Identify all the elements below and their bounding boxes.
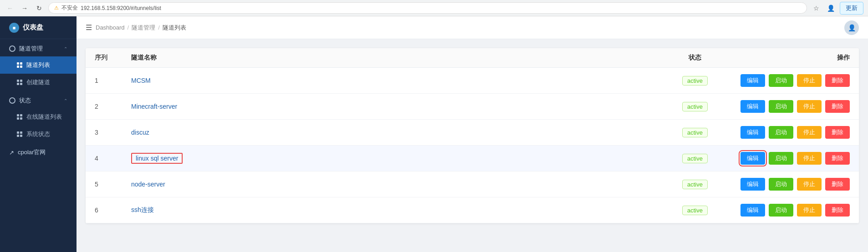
row1-start-button[interactable]: 启动 [769, 74, 793, 87]
sidebar-item-sysstat-label: 系统状态 [26, 130, 50, 138]
row5-delete-button[interactable]: 删除 [825, 178, 850, 191]
external-icon-cpolar: ↗ [9, 149, 14, 156]
row5-status: active [668, 180, 722, 189]
chevron-icon-tunnel: ⌃ [64, 46, 67, 51]
row4-name-inner: linux sql server [131, 153, 183, 164]
row4-stop-button[interactable]: 停止 [797, 152, 822, 165]
group-label-status: 状态 [19, 96, 31, 105]
content: 序列 隧道名称 状态 操作 1 MCSM active 编辑 [77, 39, 868, 252]
breadcrumb-dashboard[interactable]: Dashboard [96, 24, 125, 31]
grid-icon-tunnel-list [16, 62, 23, 68]
row1-name[interactable]: MCSM [131, 77, 668, 84]
row3-num: 3 [95, 129, 131, 136]
avatar[interactable]: 👤 [844, 20, 859, 35]
breadcrumb-tunnel-mgmt[interactable]: 隧道管理 [132, 24, 155, 32]
sidebar-item-create-tunnel[interactable]: 创建隧道 [0, 74, 77, 91]
row4-name[interactable]: linux sql server [131, 153, 668, 164]
row3-start-button[interactable]: 启动 [769, 126, 793, 139]
sidebar-item-online-tunnels[interactable]: 在线隧道列表 [0, 108, 77, 126]
back-button[interactable]: ← [5, 3, 15, 14]
table-row: 3 discuz active 编辑 启动 停止 删除 [86, 120, 859, 146]
col-header-name: 隧道名称 [131, 54, 668, 62]
row6-edit-button[interactable]: 编辑 [740, 204, 765, 217]
row5-edit-button[interactable]: 编辑 [740, 178, 765, 191]
row4-start-button[interactable]: 启动 [769, 152, 793, 165]
table-row: 2 Minecraft-server active 编辑 启动 停止 删除 [86, 94, 859, 120]
col-header-status: 状态 [668, 54, 722, 62]
row1-status: active [668, 76, 722, 86]
security-icon: ⚠ [54, 5, 59, 11]
row1-delete-button[interactable]: 删除 [825, 74, 850, 87]
menu-icon[interactable]: ☰ [86, 23, 92, 32]
row3-name[interactable]: discuz [131, 129, 668, 136]
row6-delete-button[interactable]: 删除 [825, 204, 850, 217]
row1-stop-button[interactable]: 停止 [797, 74, 822, 87]
breadcrumb-sep2: / [158, 24, 160, 31]
sidebar-item-tunnel-list-label: 隧道列表 [26, 61, 50, 69]
gear-icon-tunnel [9, 45, 15, 52]
grid-icon-create-tunnel [16, 79, 23, 86]
row2-stop-button[interactable]: 停止 [797, 100, 822, 113]
breadcrumb-current: 隧道列表 [163, 24, 186, 32]
row6-name[interactable]: ssh连接 [131, 206, 668, 214]
update-button[interactable]: 更新 [840, 2, 863, 15]
group-label-tunnel: 隧道管理 [19, 45, 43, 53]
table-row: 5 node-server active 编辑 启动 停止 删除 [86, 171, 859, 197]
group-label-cpolar: cpolar官网 [18, 148, 46, 156]
url-text: 192.168.5.158:9200/#/tunnels/list [81, 5, 161, 11]
sidebar-group-cpolar[interactable]: ↗ cpolar官网 [0, 143, 77, 160]
url-bar[interactable]: ⚠ 不安全 192.168.5.158:9200/#/tunnels/list [48, 2, 807, 14]
col-header-num: 序列 [95, 54, 131, 62]
status-badge: active [682, 206, 708, 215]
row3-stop-button[interactable]: 停止 [797, 126, 822, 139]
row2-delete-button[interactable]: 删除 [825, 100, 850, 113]
bookmark-button[interactable]: ☆ [811, 3, 822, 14]
table-header: 序列 隧道名称 状态 操作 [86, 48, 859, 68]
row6-ops: 编辑 启动 停止 删除 [722, 204, 850, 217]
sidebar-item-system-status[interactable]: 系统状态 [0, 126, 77, 143]
row2-start-button[interactable]: 启动 [769, 100, 793, 113]
row2-num: 2 [95, 103, 131, 110]
sidebar-item-create-tunnel-label: 创建隧道 [26, 78, 50, 86]
row4-edit-button[interactable]: 编辑 [740, 152, 765, 165]
row4-num: 4 [95, 155, 131, 162]
sidebar-item-tunnel-list[interactable]: 隧道列表 [0, 56, 77, 74]
grid-icon-sysstat [16, 131, 23, 137]
main-area: ☰ Dashboard / 隧道管理 / 隧道列表 👤 [77, 16, 868, 252]
row5-name[interactable]: node-server [131, 181, 668, 188]
status-badge: active [682, 128, 708, 137]
row3-ops: 编辑 启动 停止 删除 [722, 126, 850, 139]
row6-status: active [668, 206, 722, 215]
row3-delete-button[interactable]: 删除 [825, 126, 850, 139]
row3-edit-button[interactable]: 编辑 [740, 126, 765, 139]
row4-status: active [668, 154, 722, 163]
row6-num: 6 [95, 207, 131, 214]
reload-button[interactable]: ↻ [34, 3, 45, 14]
browser-bar: ← → ↻ ⚠ 不安全 192.168.5.158:9200/#/tunnels… [0, 0, 868, 16]
profile-button[interactable]: 👤 [825, 3, 836, 14]
col-header-ops: 操作 [722, 54, 850, 62]
table-row: 6 ssh连接 active 编辑 启动 停止 删除 [86, 197, 859, 223]
row6-stop-button[interactable]: 停止 [797, 204, 822, 217]
status-badge: active [682, 102, 708, 111]
row1-num: 1 [95, 77, 131, 84]
row1-ops: 编辑 启动 停止 删除 [722, 74, 850, 87]
row4-delete-button[interactable]: 删除 [825, 152, 850, 165]
sidebar-item-online-label: 在线隧道列表 [26, 113, 62, 121]
sidebar-group-status[interactable]: 状态 ⌃ [0, 91, 77, 108]
sidebar-logo: ■ 仪表盘 [0, 16, 77, 39]
row1-edit-button[interactable]: 编辑 [740, 74, 765, 87]
row2-edit-button[interactable]: 编辑 [740, 100, 765, 113]
sidebar: ■ 仪表盘 隧道管理 ⌃ 隧道列表 创建隧 [0, 16, 77, 252]
sidebar-group-tunnel-mgmt[interactable]: 隧道管理 ⌃ [0, 39, 77, 56]
row5-stop-button[interactable]: 停止 [797, 178, 822, 191]
table-row: 1 MCSM active 编辑 启动 停止 删除 [86, 68, 859, 94]
row6-start-button[interactable]: 启动 [769, 204, 793, 217]
tunnel-table: 序列 隧道名称 状态 操作 1 MCSM active 编辑 [86, 48, 859, 223]
row3-status: active [668, 128, 722, 137]
row2-name[interactable]: Minecraft-server [131, 103, 668, 110]
chevron-icon-status: ⌃ [64, 98, 67, 103]
row5-start-button[interactable]: 启动 [769, 178, 793, 191]
status-badge: active [682, 180, 708, 189]
forward-button[interactable]: → [19, 3, 30, 14]
